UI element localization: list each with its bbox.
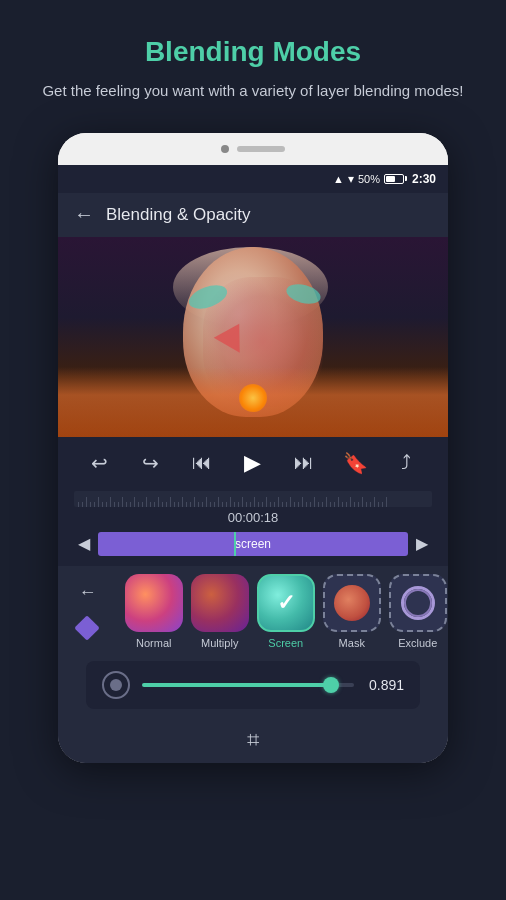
multiply-label: Multiply <box>201 637 238 649</box>
track-bar[interactable]: screen <box>98 532 408 556</box>
diamond-icon <box>75 615 100 640</box>
exclude-thumb <box>389 574 447 632</box>
wifi-icon: ▾ <box>348 172 354 186</box>
crop-tool-row: ⌗ <box>58 717 448 763</box>
bottom-panel: ← Normal Multiply ✓ <box>58 566 448 763</box>
skip-start-button[interactable]: ⏮ <box>184 445 220 481</box>
timeline-track: ◀ screen ▶ <box>74 528 432 560</box>
playback-controls: ↩ ↪ ⏮ ▶ ⏭ 🔖 ⤴ <box>58 437 448 489</box>
video-canvas <box>58 237 448 437</box>
status-bar: ▲ ▾ 50% 2:30 <box>58 165 448 193</box>
timeline-ruler <box>74 491 432 507</box>
opacity-icon[interactable] <box>102 671 130 699</box>
blend-mode-mask[interactable]: Mask <box>323 574 381 649</box>
track-next-button[interactable]: ▶ <box>412 534 432 553</box>
status-time: 2:30 <box>412 172 436 186</box>
header-section: Blending Modes Get the feeling you want … <box>0 0 506 123</box>
playhead <box>234 532 236 556</box>
app-screen: ▲ ▾ 50% 2:30 ← Blending & Opacity <box>58 165 448 763</box>
bookmark-button[interactable]: 🔖 <box>337 445 373 481</box>
crop-button[interactable]: ⌗ <box>247 727 259 753</box>
sun-shape <box>239 384 267 412</box>
blend-mode-screen[interactable]: ✓ Screen <box>257 574 315 649</box>
back-button[interactable]: ← <box>74 203 94 226</box>
screen-thumb: ✓ <box>257 574 315 632</box>
page-title: Blending Modes <box>40 36 466 68</box>
skip-end-button[interactable]: ⏭ <box>286 445 322 481</box>
screen-label: Screen <box>268 637 303 649</box>
opacity-control: 0.891 <box>86 661 420 709</box>
blend-mode-normal[interactable]: Normal <box>125 574 183 649</box>
check-icon: ✓ <box>277 590 295 616</box>
battery-icon <box>384 174 404 184</box>
track-prev-button[interactable]: ◀ <box>74 534 94 553</box>
play-button[interactable]: ▶ <box>235 445 271 481</box>
tools-row: ← Normal Multiply ✓ <box>58 566 448 653</box>
export-button[interactable]: ⤴ <box>388 445 424 481</box>
phone-camera <box>221 145 229 153</box>
blend-mode-multiply[interactable]: Multiply <box>191 574 249 649</box>
battery-percent: 50% <box>358 173 380 185</box>
timecode-display: 00:00:18 <box>58 507 448 528</box>
undo-button[interactable]: ↩ <box>82 445 118 481</box>
timeline-section: 00:00:18 ◀ screen ▶ <box>58 489 448 566</box>
opacity-slider[interactable] <box>142 683 354 687</box>
signal-icon: ▲ <box>333 173 344 185</box>
video-preview <box>58 237 448 437</box>
normal-label: Normal <box>136 637 171 649</box>
back-tool-button[interactable]: ← <box>78 582 96 603</box>
track-label: screen <box>235 537 271 551</box>
screen-title: Blending & Opacity <box>106 205 251 225</box>
phone-notch <box>58 133 448 165</box>
normal-thumb <box>125 574 183 632</box>
mask-thumb <box>323 574 381 632</box>
mask-label: Mask <box>339 637 365 649</box>
blend-mode-exclude[interactable]: Exclude <box>389 574 447 649</box>
phone-speaker <box>237 146 285 152</box>
page-subtitle: Get the feeling you want with a variety … <box>40 80 466 103</box>
ruler-marks <box>74 491 432 507</box>
multiply-thumb <box>191 574 249 632</box>
opacity-value: 0.891 <box>366 677 404 693</box>
phone-mockup: ▲ ▾ 50% 2:30 ← Blending & Opacity <box>58 133 448 763</box>
blend-modes-list: Normal Multiply ✓ Screen <box>117 566 448 653</box>
app-header: ← Blending & Opacity <box>58 193 448 237</box>
exclude-label: Exclude <box>398 637 437 649</box>
opacity-thumb <box>323 677 339 693</box>
redo-button[interactable]: ↪ <box>133 445 169 481</box>
